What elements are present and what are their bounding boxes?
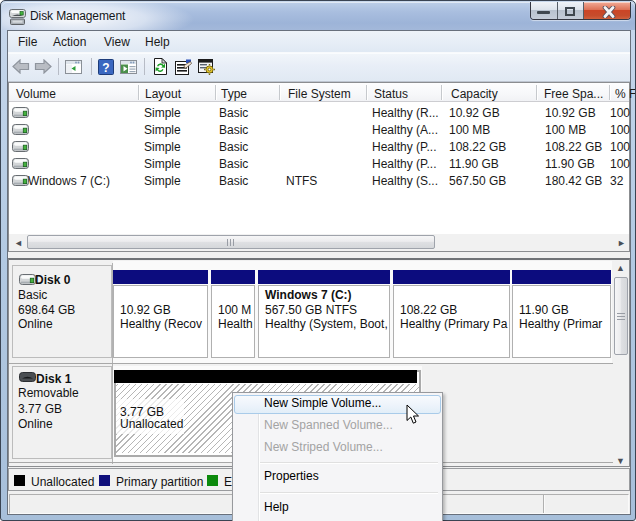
svg-text:?: ? <box>102 61 109 75</box>
